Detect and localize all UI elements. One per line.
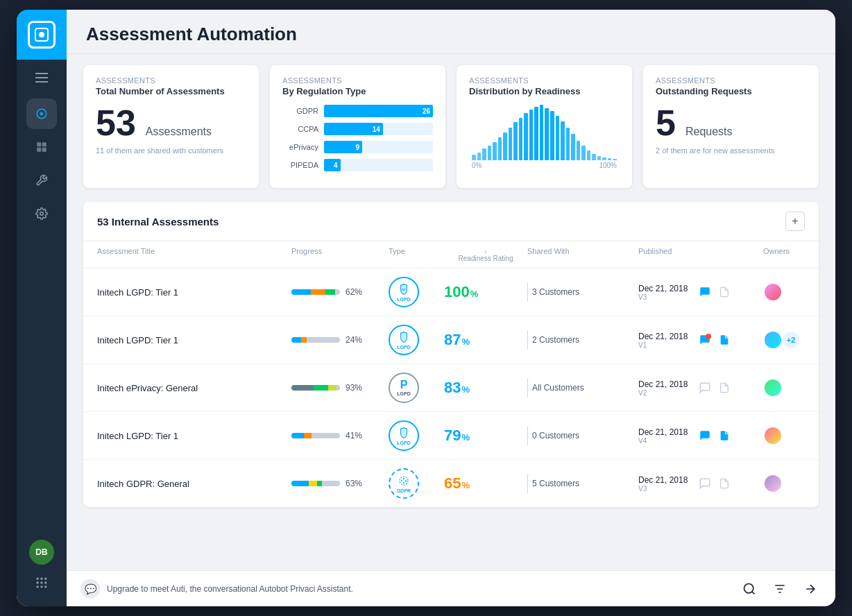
table-column-headers: Assessment Title Progress Type ↓ Readine… xyxy=(83,241,819,268)
svg-point-10 xyxy=(40,578,42,580)
row2-doc-icon[interactable] xyxy=(717,332,732,348)
menu-toggle[interactable] xyxy=(17,62,67,93)
svg-point-9 xyxy=(37,578,39,580)
row2-name: Initech LGPD: Tier 1 xyxy=(97,335,291,345)
row5-doc-icon[interactable] xyxy=(717,476,732,491)
col-title: Assessment Title xyxy=(97,247,291,262)
sidebar-item-privacy[interactable] xyxy=(26,99,57,129)
table-row: Initech LGPD: Tier 1 62% xyxy=(83,268,819,316)
row3-chat-icon[interactable] xyxy=(697,380,713,395)
row1-owners xyxy=(763,282,819,302)
chatbot-icon: 💬 xyxy=(80,579,100,599)
row5-readiness: 65 % xyxy=(444,474,527,493)
row3-doc-icon[interactable] xyxy=(717,380,732,395)
row4-chat-icon[interactable] xyxy=(697,428,713,443)
metric-outstanding: Assessments Outstanding Requests 5 Reque… xyxy=(643,65,819,188)
metric-total-title: Total Number of Assessments xyxy=(96,86,246,96)
svg-point-24 xyxy=(744,583,753,592)
logo-icon xyxy=(28,21,56,49)
table-row: Initech LGPD: Tier 1 41% xyxy=(83,412,819,460)
row3-shared: All Customers xyxy=(527,378,638,397)
sidebar-bottom: DB xyxy=(29,540,54,606)
svg-point-8 xyxy=(40,212,44,216)
sidebar-item-wrench[interactable] xyxy=(26,165,57,196)
row3-owners xyxy=(763,378,819,397)
table-row: Initech GDPR: General 63% xyxy=(83,460,819,507)
svg-point-3 xyxy=(40,112,44,116)
sidebar-item-dashboard[interactable] xyxy=(26,132,57,162)
search-button[interactable] xyxy=(738,578,760,600)
svg-point-16 xyxy=(40,585,42,588)
bar-eprivacy: ePrivacy 9 xyxy=(282,141,433,153)
row1-progress: 62% xyxy=(291,287,389,297)
svg-point-13 xyxy=(40,581,42,583)
col-readiness: ↓ Readiness Rating xyxy=(444,247,527,262)
row1-type: BR LGPD xyxy=(389,277,444,307)
svg-point-21 xyxy=(405,479,407,481)
dist-chart xyxy=(469,105,620,160)
row2-chat-icon[interactable] xyxy=(697,332,713,348)
owner-avatar xyxy=(763,474,783,493)
row4-doc-icon[interactable] xyxy=(717,428,732,443)
owner-avatar xyxy=(763,282,783,302)
svg-point-12 xyxy=(37,581,39,583)
filter-button[interactable] xyxy=(769,578,791,600)
svg-point-17 xyxy=(44,585,46,588)
content-area: Assessments Total Number of Assessments … xyxy=(67,54,835,570)
metric-total-unit: Assessments xyxy=(146,126,212,138)
metric-outstanding-label: Assessments xyxy=(656,76,806,85)
metric-total-count: 53 xyxy=(96,105,136,141)
row1-chat-icon[interactable] xyxy=(697,284,713,300)
metric-total-label: Assessments xyxy=(96,76,246,85)
svg-point-14 xyxy=(44,581,46,583)
row5-owners xyxy=(763,474,819,493)
metric-outstanding-sub: 2 of them are for new assessments xyxy=(656,146,806,155)
row2-progress: 24% xyxy=(291,335,389,345)
table-title: 53 Internal Assessments xyxy=(97,216,219,228)
row1-published: Dec 21, 2018 V3 xyxy=(638,284,763,301)
svg-point-1 xyxy=(39,32,44,37)
col-progress: Progress xyxy=(291,247,389,262)
row1-name: Initech LGPD: Tier 1 xyxy=(97,287,291,298)
add-button[interactable]: + xyxy=(785,212,805,231)
row5-type: GDPR xyxy=(389,468,444,499)
bar-gdpr: GDPR 26 xyxy=(282,105,433,117)
col-type: Type xyxy=(389,247,444,262)
sidebar-item-settings[interactable] xyxy=(26,198,57,229)
row2-shared: 2 Customers xyxy=(527,330,638,350)
row4-name: Initech LGPD: Tier 1 xyxy=(97,431,291,441)
svg-rect-6 xyxy=(37,148,41,152)
regulation-chart: GDPR 26 CCPA xyxy=(282,105,433,171)
row2-published: Dec 21, 2018 V1 xyxy=(638,332,763,349)
row1-doc-icon[interactable] xyxy=(717,284,732,300)
metrics-row: Assessments Total Number of Assessments … xyxy=(83,65,819,188)
metric-regulation-title: By Regulation Type xyxy=(282,86,433,96)
export-button[interactable] xyxy=(799,578,821,600)
row3-readiness: 83 % xyxy=(444,379,527,397)
logo[interactable] xyxy=(17,10,67,60)
row5-chat-icon[interactable] xyxy=(697,476,713,491)
svg-point-20 xyxy=(403,477,404,479)
bottom-bar: 💬 Upgrade to meet Auti, the conversation… xyxy=(67,570,835,606)
metric-total: Assessments Total Number of Assessments … xyxy=(83,65,259,188)
user-avatar[interactable]: DB xyxy=(29,540,54,565)
svg-point-19 xyxy=(400,477,408,485)
row1-readiness: 100 % xyxy=(444,283,527,301)
sidebar-nav xyxy=(26,99,57,540)
owner-avatar xyxy=(763,426,783,445)
row2-type: LGPD xyxy=(389,325,444,355)
bottom-actions xyxy=(738,578,821,600)
row5-progress: 63% xyxy=(291,479,389,488)
row4-published: Dec 21, 2018 V4 xyxy=(638,427,763,445)
dist-axis: 0% 100% xyxy=(469,162,620,169)
svg-point-15 xyxy=(37,585,39,588)
col-shared: Shared With xyxy=(527,247,638,262)
svg-point-23 xyxy=(401,479,402,481)
owner-avatar xyxy=(763,330,783,350)
row5-shared: 5 Customers xyxy=(527,474,638,493)
dist-chart-wrapper: 0% 100% xyxy=(469,105,620,169)
row3-published: Dec 21, 2018 V2 xyxy=(638,379,763,397)
hamburger-icon xyxy=(35,73,48,83)
apps-icon[interactable] xyxy=(29,570,54,595)
row3-progress: 93% xyxy=(291,383,389,393)
